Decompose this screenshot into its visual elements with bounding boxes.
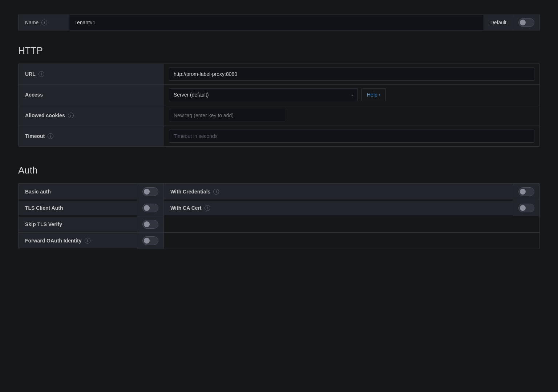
with-credentials-right: With Credentials i [164,184,539,200]
auth-heading: Auth [18,165,540,176]
name-row: Name i Default [18,15,540,30]
forward-oauth-toggle-cell [137,233,164,249]
with-ca-cert-toggle-track [518,204,534,212]
http-form-grid: URL i Access Server (default) Browser ⌄ [18,64,540,147]
basic-auth-toggle-cell [137,184,164,200]
forward-oauth-toggle-thumb [144,238,150,244]
url-info-icon: i [39,71,44,77]
allowed-cookies-row: Allowed cookies i [19,105,539,126]
help-label: Help [367,92,377,98]
tls-client-auth-toggle-cell [137,200,164,216]
skip-tls-toggle[interactable] [142,220,158,229]
skip-tls-label-cell: Skip TLS Verify [19,217,137,232]
auth-grid: Basic auth With Credentials i [18,183,540,249]
allowed-cookies-input[interactable] [169,109,285,122]
with-ca-cert-toggle-cell [513,200,539,216]
http-heading: HTTP [18,45,540,56]
tls-auth-left: TLS Client Auth [19,200,164,216]
timeout-control-cell [164,126,539,146]
http-section: HTTP URL i Access Server (default) Brows… [18,45,540,147]
default-label: Default [490,20,506,25]
with-ca-cert-right: With CA Cert i [164,200,539,216]
basic-auth-toggle[interactable] [142,187,158,196]
access-control-cell: Server (default) Browser ⌄ Help › [164,85,539,105]
allowed-cookies-control-cell [164,105,539,126]
auth-section: Auth Basic auth With Cr [18,165,540,249]
timeout-info-icon: i [48,133,53,139]
name-label: Name [25,20,39,25]
default-toggle-thumb [520,20,526,25]
tls-client-auth-toggle[interactable] [142,204,158,212]
timeout-input[interactable] [169,130,534,143]
basic-auth-toggle-thumb [144,189,150,195]
name-info-icon: i [41,20,47,25]
skip-tls-left: Skip TLS Verify [19,216,164,232]
access-label-cell: Access [19,85,164,105]
allowed-cookies-label-cell: Allowed cookies i [19,105,164,126]
forward-oauth-info-icon: i [85,238,90,244]
with-credentials-toggle[interactable] [518,187,534,196]
allowed-cookies-info-icon: i [68,113,74,118]
access-label: Access [25,92,43,98]
allowed-cookies-label: Allowed cookies [25,113,65,118]
skip-tls-toggle-cell [137,216,164,232]
with-credentials-toggle-track [518,187,534,196]
skip-tls-toggle-thumb [144,221,150,227]
default-toggle[interactable] [518,18,534,27]
help-chevron-icon: › [379,92,381,98]
tls-client-auth-toggle-track [142,204,158,212]
tls-client-auth-label-cell: TLS Client Auth [19,201,137,215]
default-toggle-track [518,18,534,27]
skip-tls-row: Skip TLS Verify [19,216,539,233]
with-ca-cert-info-icon: i [205,205,210,211]
basic-auth-label: Basic auth [25,189,51,195]
forward-oauth-row: Forward OAuth Identity i [19,233,539,249]
with-credentials-toggle-cell [513,184,539,200]
with-ca-cert-label-cell: With CA Cert i [164,201,513,215]
name-label-cell: Name i [18,15,69,30]
url-row: URL i [19,64,539,85]
with-ca-cert-toggle[interactable] [518,204,534,212]
timeout-row: Timeout i [19,126,539,146]
name-input[interactable] [69,15,484,30]
with-credentials-label: With Credentials [170,189,210,195]
url-input[interactable] [169,68,534,81]
with-ca-cert-label: With CA Cert [170,205,202,211]
url-label-cell: URL i [19,64,164,84]
basic-auth-toggle-track [142,187,158,196]
forward-oauth-label: Forward OAuth Identity [25,238,82,244]
with-credentials-label-cell: With Credentials i [164,184,513,199]
basic-auth-left: Basic auth [19,184,164,200]
basic-auth-label-cell: Basic auth [19,184,137,199]
tls-client-auth-row: TLS Client Auth With CA Cert i [19,200,539,216]
forward-oauth-left: Forward OAuth Identity i [19,233,164,249]
access-help-button[interactable]: Help › [361,88,386,101]
skip-tls-toggle-track [142,220,158,229]
forward-oauth-toggle-track [142,236,158,245]
basic-auth-row: Basic auth With Credentials i [19,184,539,200]
forward-oauth-label-cell: Forward OAuth Identity i [19,233,137,248]
access-select-wrapper: Server (default) Browser ⌄ [169,88,358,101]
with-credentials-info-icon: i [213,189,219,195]
access-select[interactable]: Server (default) Browser [169,88,358,101]
tls-client-auth-label: TLS Client Auth [25,205,63,211]
skip-tls-label: Skip TLS Verify [25,221,62,227]
with-credentials-toggle-thumb [520,189,526,195]
url-label: URL [25,71,36,77]
default-label-cell: Default [484,15,513,30]
default-toggle-cell [513,15,540,30]
timeout-label: Timeout [25,133,45,139]
url-control-cell [164,64,539,84]
tls-client-auth-toggle-thumb [144,205,150,211]
access-row: Access Server (default) Browser ⌄ Help › [19,85,539,105]
timeout-label-cell: Timeout i [19,126,164,146]
forward-oauth-toggle[interactable] [142,236,158,245]
with-ca-cert-toggle-thumb [520,205,526,211]
